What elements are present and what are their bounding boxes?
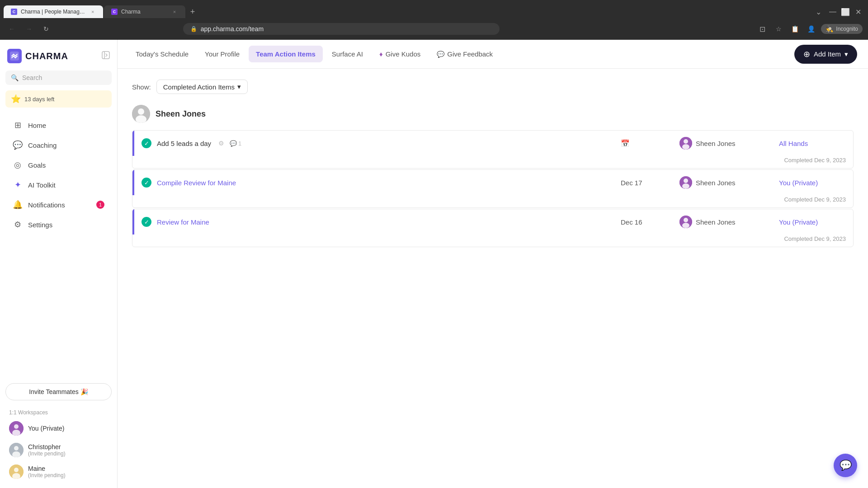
- trial-badge: ⭐ 13 days left: [5, 90, 112, 108]
- assignee-avatar-1: [679, 137, 692, 150]
- filter-dropdown[interactable]: Completed Action Items ▾: [156, 80, 248, 94]
- sidebar-item-ai-toolkit[interactable]: ✦ AI Toolkit: [4, 175, 113, 194]
- cast-icon[interactable]: ⊡: [756, 23, 769, 35]
- filter-chevron-icon: ▾: [237, 83, 241, 91]
- goals-icon: ◎: [13, 160, 23, 170]
- assignee-avatar-3: [679, 216, 692, 228]
- action-date-1: 📅: [613, 131, 672, 156]
- add-item-icon: ⊕: [803, 49, 810, 59]
- invite-teammates-button[interactable]: Invite Teammates 🎉: [5, 383, 112, 400]
- notifications-icon: 🔔: [13, 200, 23, 210]
- nav-give-kudos[interactable]: ♦ Give Kudos: [372, 46, 428, 62]
- workspaces-label: 1:1 Workspaces: [0, 406, 117, 418]
- diamond-icon: ♦: [379, 50, 383, 58]
- sidebar-search[interactable]: 🔍 Search: [5, 70, 112, 85]
- tab-close-2[interactable]: ×: [171, 8, 178, 15]
- sidebar-item-home[interactable]: ⊞ Home: [4, 116, 113, 135]
- logo-mark: [7, 49, 22, 63]
- action-items-list: ✓ Add 5 leads a day ⚙ 💬 1 📅: [132, 130, 854, 247]
- svg-point-16: [684, 139, 688, 144]
- add-item-chevron: ▾: [844, 50, 848, 58]
- svg-point-20: [682, 183, 689, 189]
- context-link-2[interactable]: You (Private): [779, 179, 818, 187]
- date-text-2: Dec 17: [621, 179, 642, 187]
- action-title-2[interactable]: Compile Review for Maine: [157, 179, 236, 187]
- nav-your-profile[interactable]: Your Profile: [198, 46, 247, 62]
- lock-icon: 🔒: [190, 26, 197, 32]
- bookmark-icon[interactable]: ☆: [772, 23, 785, 35]
- workspace-name-you: You (Private): [28, 425, 64, 432]
- reload-btn[interactable]: ↻: [40, 23, 52, 35]
- context-link-3[interactable]: You (Private): [779, 218, 818, 226]
- date-text-3: Dec 16: [621, 218, 642, 226]
- svg-point-4: [14, 424, 19, 429]
- nav-todays-schedule[interactable]: Today's Schedule: [128, 46, 196, 62]
- action-item-2-row: ✓ Compile Review for Maine Dec 17 Sheen: [132, 170, 853, 195]
- assignee-avatar-2: [679, 176, 692, 189]
- tab-label-2: Charma: [121, 9, 141, 15]
- sidebar-logo: CHARMA: [0, 45, 117, 70]
- action-assignee-1: Sheen Jones: [672, 131, 772, 156]
- trial-icon: ⭐: [11, 94, 21, 104]
- minimize-btn[interactable]: —: [826, 5, 839, 18]
- browser-tabs: C Charma | People Management... × C Char…: [0, 0, 868, 18]
- workspace-maine[interactable]: Maine (Invite pending): [0, 461, 117, 483]
- sidebar-item-label-goals: Goals: [28, 161, 46, 169]
- nav-give-feedback[interactable]: 💬 Give Feedback: [429, 46, 500, 62]
- surface-ai-label: Surface AI: [332, 50, 363, 58]
- action-date-3: Dec 16: [613, 209, 672, 235]
- close-window-btn[interactable]: ✕: [852, 5, 864, 18]
- address-bar[interactable]: 🔒 app.charma.com/team: [183, 23, 500, 35]
- tab-label-1: Charma | People Management...: [21, 9, 86, 15]
- add-item-label: Add Item: [814, 50, 841, 58]
- profile-icon[interactable]: 👤: [805, 23, 817, 35]
- top-nav: Today's Schedule Your Profile Team Actio…: [118, 40, 868, 69]
- sidebar: CHARMA 🔍 Search ⭐ 13 days left ⊞ Home 💬 …: [0, 40, 118, 488]
- content-area: Show: Completed Action Items ▾ Sheen Jon…: [118, 69, 868, 488]
- workspace-christopher[interactable]: Christopher (Invite pending): [0, 439, 117, 461]
- sidebar-item-label-settings: Settings: [28, 221, 52, 229]
- nav-surface-ai[interactable]: Surface AI: [325, 46, 370, 62]
- workspace-you-private[interactable]: You (Private): [0, 418, 117, 439]
- new-tab-button[interactable]: +: [186, 5, 199, 18]
- action-item-1: ✓ Add 5 leads a day ⚙ 💬 1 📅: [132, 130, 854, 169]
- settings-icon-1[interactable]: ⚙: [218, 140, 224, 147]
- reading-list-icon[interactable]: 📋: [788, 23, 801, 35]
- action-context-3: You (Private): [772, 209, 853, 235]
- browser-tab-2[interactable]: C Charma ×: [104, 5, 185, 18]
- sidebar-item-notifications[interactable]: 🔔 Notifications 1: [4, 195, 113, 214]
- search-icon: 🔍: [11, 74, 19, 81]
- action-title-1: Add 5 leads a day: [157, 140, 211, 147]
- comment-count-1: 💬 1: [230, 140, 241, 147]
- add-item-button[interactable]: ⊕ Add Item ▾: [794, 45, 857, 64]
- incognito-badge: 🕵 Incognito: [821, 24, 863, 34]
- context-link-1[interactable]: All Hands: [779, 140, 808, 147]
- give-feedback-label: Give Feedback: [447, 50, 493, 58]
- sidebar-item-label-coaching: Coaching: [28, 141, 57, 149]
- nav-team-action-items[interactable]: Team Action Items: [249, 46, 323, 62]
- search-text: Search: [22, 74, 42, 81]
- sidebar-item-coaching[interactable]: 💬 Coaching: [4, 136, 113, 155]
- person-section: Sheen Jones ✓ Add 5 leads a day ⚙: [132, 105, 854, 247]
- sidebar-item-goals[interactable]: ◎ Goals: [4, 155, 113, 174]
- main-content: Today's Schedule Your Profile Team Actio…: [118, 40, 868, 488]
- coaching-icon: 💬: [13, 140, 23, 150]
- tab-close-1[interactable]: ×: [90, 8, 96, 15]
- action-item-2: ✓ Compile Review for Maine Dec 17 Sheen: [132, 169, 854, 208]
- feedback-icon: 💬: [437, 51, 444, 58]
- svg-point-7: [14, 446, 19, 450]
- sidebar-item-settings[interactable]: ⚙ Settings: [4, 215, 113, 234]
- action-date-2: Dec 17: [613, 170, 672, 195]
- action-title-3[interactable]: Review for Maine: [157, 218, 209, 226]
- give-kudos-label: Give Kudos: [386, 50, 421, 58]
- tab-list-icon[interactable]: ⌄: [814, 7, 823, 16]
- maximize-btn[interactable]: ⬜: [839, 5, 852, 18]
- back-btn[interactable]: ←: [5, 23, 18, 35]
- workspace-name-christopher: Christopher: [28, 443, 66, 450]
- check-icon-3: ✓: [142, 217, 151, 227]
- action-body-2: ✓ Compile Review for Maine: [134, 170, 613, 195]
- forward-btn[interactable]: →: [23, 23, 35, 35]
- sidebar-collapse-btn[interactable]: [102, 51, 110, 61]
- chat-fab-button[interactable]: 💬: [834, 454, 857, 477]
- browser-tab-1[interactable]: C Charma | People Management... ×: [4, 5, 103, 18]
